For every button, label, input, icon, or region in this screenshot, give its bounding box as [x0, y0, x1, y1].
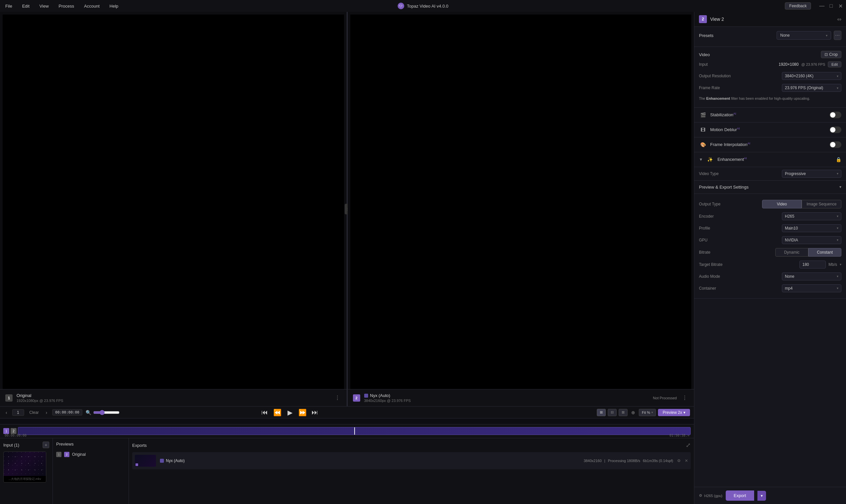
fit-dropdown[interactable]: Fit % ▾	[639, 409, 656, 416]
step-back-button[interactable]: ⏪	[272, 408, 282, 417]
clear-button[interactable]: Clear	[28, 410, 41, 415]
view-mode-single[interactable]: ⊟	[608, 409, 617, 416]
encoder-dropdown[interactable]: H265 ▾	[782, 212, 841, 220]
bitrate-constant-button[interactable]: Constant	[808, 248, 841, 257]
view-mode-split[interactable]: ⊞	[597, 409, 606, 416]
play-button[interactable]: ▶	[285, 408, 295, 417]
timeline-time-start: 00:00:00:00	[5, 434, 27, 437]
view-mode-buttons: ⊞ ⊟ ⊠ ⊕ Fit % ▾ Preview 2x ▾	[597, 409, 690, 416]
output-type-image-button[interactable]: Image Sequence	[802, 200, 841, 209]
target-bitrate-input[interactable]	[799, 260, 826, 269]
motion-deblur-name: Motion DeblurAI	[710, 127, 740, 132]
thumbnail-item[interactable]: ...大地的月球探险记.mkv	[3, 451, 46, 483]
input-row: Input 1920×1080 @ 23.976 FPS Edit	[699, 61, 841, 67]
frame-interpolation-name: Frame InterpolationAI	[710, 142, 750, 147]
export-arrow-button[interactable]: ▾	[757, 491, 766, 501]
export-options-button[interactable]: ⚙	[677, 458, 681, 463]
close-button[interactable]: ✕	[838, 4, 843, 8]
menu-edit[interactable]: Edit	[20, 2, 31, 10]
menu-process[interactable]: Process	[56, 2, 76, 10]
left-video-label: Original 1920x1080px @ 23.976 FPS	[17, 393, 330, 402]
bitrate-buttons: Dynamic Constant	[775, 248, 841, 257]
enhancement-row: ▼ ✨ EnhancementAI 🔒	[694, 152, 846, 167]
previews-panel-title: Previews	[56, 442, 74, 447]
output-type-video-button[interactable]: Video	[762, 200, 802, 209]
left-video-panel: 1 Original 1920x1080px @ 23.976 FPS ⋮	[0, 12, 347, 406]
frame-rate-dropdown[interactable]: 23.976 FPS (Original) ▾	[782, 84, 841, 92]
frame-interpolation-row: 🎨 Frame InterpolationAI	[694, 138, 846, 152]
menu-file[interactable]: File	[3, 2, 14, 10]
exports-panel: Exports ⤢ Nyx (Auto) 384	[129, 438, 694, 504]
maximize-button[interactable]: □	[829, 4, 833, 8]
container-label: Container	[699, 286, 716, 291]
left-panel-menu-button[interactable]: ⋮	[333, 393, 341, 402]
frame-rate-label: Frame Rate	[699, 86, 720, 90]
previews-panel: Previews 1 2 Original	[53, 438, 129, 504]
stabilization-name: StabilizationAI	[710, 112, 736, 117]
motion-deblur-toggle-thumb	[830, 127, 835, 132]
video-area: 1 Original 1920x1080px @ 23.976 FPS ⋮ ⋮	[0, 12, 694, 406]
page-input[interactable]	[12, 409, 24, 416]
zoom-slider[interactable]	[93, 410, 120, 415]
feedback-button[interactable]: Feedback	[785, 2, 811, 10]
encoder-row: Encoder H265 ▾	[699, 210, 841, 222]
skip-back-button[interactable]: ⏮	[260, 408, 270, 417]
menu-view[interactable]: View	[37, 2, 51, 10]
time-display: 00:00:00:00	[52, 409, 82, 415]
left-video-info: 1 Original 1920x1080px @ 23.976 FPS ⋮	[0, 389, 347, 406]
export-main-button[interactable]: Export	[726, 490, 754, 501]
preview-export-header[interactable]: Preview & Export Settings ▾	[694, 181, 846, 194]
right-panel-menu-button[interactable]: ⋮	[681, 393, 689, 402]
track-number-2: 2	[11, 428, 17, 434]
exports-expand-button[interactable]: ⤢	[686, 442, 691, 449]
container-dropdown[interactable]: mp4 ▾	[782, 284, 841, 292]
export-name: Nyx (Auto)	[160, 458, 580, 463]
motion-deblur-toggle[interactable]	[829, 126, 841, 133]
presets-more-button[interactable]: ⋯	[834, 31, 841, 40]
encoder-label: Encoder	[699, 214, 714, 219]
stabilization-icon: 🎬	[699, 111, 707, 119]
output-resolution-dropdown[interactable]: 3840×2160 (4K) ▾	[782, 72, 841, 80]
audio-mode-label: Audio Mode	[699, 274, 720, 279]
target-bitrate-label: Target Bitrate	[699, 262, 722, 267]
edit-button[interactable]: Edit	[828, 61, 841, 67]
step-forward-button[interactable]: ⏩	[297, 408, 307, 417]
prev-page-button[interactable]: ‹	[4, 409, 9, 416]
preview-button[interactable]: Preview 2x ▾	[658, 409, 690, 416]
minimize-button[interactable]: —	[819, 4, 824, 8]
motion-deblur-left: 🎞 Motion DeblurAI	[699, 126, 740, 134]
menu-help[interactable]: Help	[107, 2, 120, 10]
zoom-fit-icon[interactable]: ⊕	[630, 409, 637, 416]
timeline-bar[interactable]	[18, 427, 691, 435]
timeline-playhead[interactable]	[354, 427, 355, 435]
stabilization-toggle[interactable]	[829, 112, 841, 118]
output-type-label: Output Type	[699, 202, 720, 206]
menu-account[interactable]: Account	[82, 2, 102, 10]
logo-icon: 🛡	[398, 3, 404, 9]
audio-mode-row: Audio Mode None ▾	[699, 270, 841, 282]
add-input-button[interactable]: +	[42, 442, 49, 448]
video-type-dropdown[interactable]: Progressive ▾	[782, 170, 841, 178]
crop-button[interactable]: ⊡ Crop	[821, 51, 841, 58]
preview-item[interactable]: 1 2 Original	[56, 450, 125, 459]
frame-interpolation-toggle[interactable]	[829, 141, 841, 148]
enhancement-collapse-arrow[interactable]: ▼	[699, 157, 703, 162]
export-list-item: Nyx (Auto) 3840x2160 | Processing 1808B/…	[132, 452, 691, 469]
frame-rate-row: Frame Rate 23.976 FPS (Original) ▾	[699, 82, 841, 94]
presets-dropdown[interactable]: None ▾	[777, 31, 831, 40]
audio-mode-dropdown[interactable]: None ▾	[782, 272, 841, 281]
profile-dropdown[interactable]: Main10 ▾	[782, 224, 841, 232]
timeline-track-area: 1 2	[0, 425, 694, 438]
export-remove-button[interactable]: ✕	[685, 458, 688, 463]
next-page-button[interactable]: ›	[44, 409, 49, 416]
profile-row: Profile Main10 ▾	[699, 222, 841, 234]
right-video-info: 2 Nyx (Auto) 3840x2160px @ 23.976 FPS No…	[348, 389, 694, 406]
right-video-label: Nyx (Auto) 3840x2160px @ 23.976 FPS	[364, 393, 649, 402]
skip-forward-button[interactable]: ⏭	[310, 408, 320, 417]
export-info: Nyx (Auto)	[160, 458, 580, 463]
view-mode-overlay[interactable]: ⊠	[619, 409, 628, 416]
bitrate-dynamic-button[interactable]: Dynamic	[775, 248, 808, 257]
gpu-dropdown[interactable]: NVIDIA ▾	[782, 236, 841, 244]
bitrate-unit-dropdown[interactable]: ▾	[840, 263, 841, 266]
sidebar-expand-button[interactable]: ⇔	[837, 16, 841, 22]
